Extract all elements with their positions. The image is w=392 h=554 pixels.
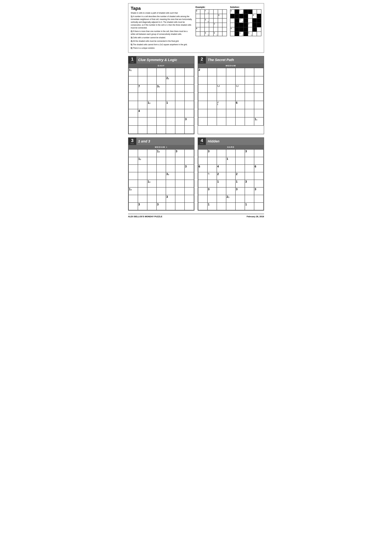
p4-r6c1 (198, 187, 208, 195)
puzzle-1-header: 1 PUZ Clue Symmetry & Logic (128, 56, 194, 63)
p2-r1c5 (236, 68, 245, 76)
p1-r6c7 (185, 109, 194, 118)
sol-cell (257, 10, 261, 14)
p2-r3c3: 111 (217, 85, 226, 93)
puzzle-4: 4 PUZ Hidden HARD 3 3 1 (198, 137, 264, 211)
eg-cell (205, 14, 209, 19)
sol-cell: 3 (230, 10, 235, 14)
p2-r1c1: 2 (198, 68, 208, 76)
p3-r8c7 (185, 203, 194, 210)
p2-r2c7 (254, 76, 264, 85)
p4-r5c7 (254, 180, 264, 187)
sol-cell: 11 (248, 32, 252, 36)
p4-r6c4 (226, 187, 236, 195)
p3-r6c7 (185, 187, 194, 195)
example-grid: 3 11 3 15 (196, 9, 227, 36)
p4-r7c6 (245, 195, 254, 203)
p4-r6c2: 3 (208, 187, 217, 195)
puzzle-2-number-box: 2 PUZ (198, 56, 206, 63)
p3-r2c3 (147, 157, 157, 165)
sol-cell (235, 23, 239, 27)
p3-r5c5 (166, 180, 175, 187)
footer-right: February 26, 2018 (247, 215, 264, 218)
p1-r8c1 (129, 126, 138, 134)
p2-r6c5 (236, 109, 245, 118)
p3-r3c2 (138, 165, 147, 172)
rule-5: 5) The shaded cells cannot form a 2x2 sq… (131, 43, 192, 46)
p1-r1c1: 11 (129, 68, 138, 76)
puzzle-3-puz: PUZ (131, 143, 134, 144)
p1-r2c2 (138, 76, 147, 85)
p2-r7c5 (236, 118, 245, 126)
p4-r4c1 (198, 172, 208, 180)
p4-r5c2 (208, 180, 217, 187)
p4-r2c5 (236, 157, 245, 165)
sol-cell (244, 14, 248, 19)
sol-cell (230, 19, 235, 23)
sol-cell (230, 14, 235, 19)
p1-r3c7 (185, 85, 194, 93)
sol-cell: 15 (239, 19, 244, 23)
eg-cell (218, 23, 223, 27)
p3-r1c3 (147, 150, 157, 157)
p2-r4c5 (236, 93, 245, 101)
p3-r2c6 (175, 157, 185, 165)
puzzle-4-grid: 3 3 1 6 4 (198, 149, 264, 210)
puzzle-2-number: 2 (201, 57, 203, 61)
sol-cell (239, 23, 244, 27)
eg-cell (223, 23, 227, 27)
p3-r4c5: 33 (166, 172, 175, 180)
p1-r7c2 (138, 118, 147, 126)
p2-r5c2 (208, 101, 217, 109)
p4-r8c2: 1 (208, 203, 217, 210)
p4-r5c4 (226, 180, 236, 187)
eg-cell (218, 27, 223, 32)
p4-r6c3 (217, 187, 226, 195)
instructions-text: Tapa Shade in cells to create a path of … (131, 6, 192, 50)
p2-r1c7 (254, 68, 264, 76)
p3-r6c5 (166, 187, 175, 195)
sol-cell (235, 19, 239, 23)
p3-r7c5: 3 (166, 195, 175, 203)
p1-r3c4: 33 (157, 85, 166, 93)
sol-cell (244, 32, 248, 36)
p3-r1c6: 3 (175, 150, 185, 157)
p3-r3c3 (147, 165, 157, 172)
p3-r8c3 (147, 203, 157, 210)
sol-cell (248, 10, 252, 14)
p1-r4c4 (157, 93, 166, 101)
sol-cell (257, 19, 261, 23)
p3-r6c6 (175, 187, 185, 195)
p3-r5c7 (185, 180, 194, 187)
p1-r4c7 (185, 93, 194, 101)
p2-r2c6 (245, 76, 254, 85)
p1-r1c7 (185, 68, 194, 76)
p3-r3c7: 3 (185, 165, 194, 172)
instructions-box: Tapa Shade in cells to create a path of … (128, 3, 264, 53)
p3-r2c5 (166, 157, 175, 165)
p1-r3c6 (175, 85, 185, 93)
p4-r3c7: 6 (254, 165, 264, 172)
p4-r2c2 (208, 157, 217, 165)
p2-r4c2 (208, 93, 217, 101)
p3-r8c4: 3 (157, 203, 166, 210)
p1-r7c7: 3 (185, 118, 194, 126)
puzzle-2-title: The Secret Path (206, 56, 264, 63)
p1-r2c6 (175, 76, 185, 85)
sol-cell (248, 14, 252, 19)
p2-r2c4 (226, 76, 236, 85)
footer: ALEX BELLOS'S MONDAY PUZZLE February 26,… (128, 214, 264, 218)
p3-r3c6 (175, 165, 185, 172)
solution-grid: 3 11 3 15 (230, 9, 261, 36)
p2-r1c4 (226, 68, 236, 76)
eg-cell (209, 14, 214, 19)
p2-r4c6 (245, 93, 254, 101)
sol-cell (235, 32, 239, 36)
p3-r7c3 (147, 195, 157, 203)
puzzle-1-puz: PUZ (131, 61, 134, 63)
sol-cell (252, 10, 257, 14)
puzzle-3-difficulty: MEDIUM + (128, 145, 194, 149)
puzzle-1-difficulty: EASY (128, 63, 194, 68)
p2-r4c7 (254, 93, 264, 101)
instructions-subtitle: Shade in cells to create a path of shade… (131, 12, 192, 14)
